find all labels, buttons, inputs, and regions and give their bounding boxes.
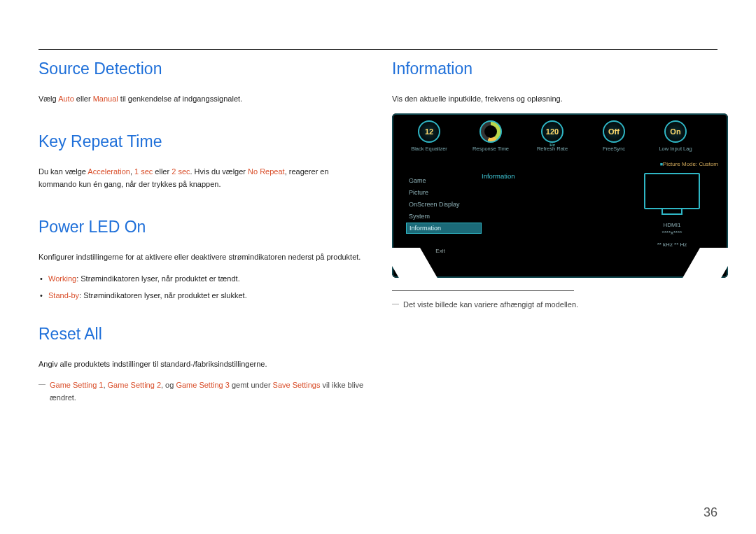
stat-freesync: Off FreeSync bbox=[594, 120, 634, 152]
text-source-detection: Vælg Auto eller Manual til genkendelse a… bbox=[38, 92, 364, 105]
monitor-icon bbox=[644, 173, 700, 209]
right-column: Information Vis den aktuelle inputkilde,… bbox=[392, 58, 718, 412]
kr-accel: Acceleration bbox=[88, 167, 130, 176]
ra-save: Save Settings bbox=[273, 381, 321, 389]
stat-value: 12 bbox=[425, 127, 433, 136]
sd-post: til genkendelse af indgangssignalet. bbox=[118, 94, 242, 103]
kr-pre: Du kan vælge bbox=[38, 167, 88, 176]
pl-working-v: : Strømindikatoren lyser, når produktet … bbox=[76, 274, 240, 283]
heading-key-repeat: Key Repeat Time bbox=[38, 132, 364, 151]
kr-c2: eller bbox=[153, 167, 172, 176]
ra-mid: gemt under bbox=[230, 381, 273, 389]
kr-1sec: 1 sec bbox=[134, 167, 153, 176]
stat-response-time: Response Time bbox=[470, 120, 511, 152]
ra-gs2: Game Setting 2 bbox=[108, 381, 161, 389]
menu-item-onscreen-display[interactable]: OnScreen Display bbox=[406, 199, 482, 210]
kr-2sec: 2 sec bbox=[172, 167, 190, 176]
left-column: Source Detection Vælg Auto eller Manual … bbox=[38, 58, 364, 412]
stat-value: Off bbox=[608, 127, 620, 136]
pl-working-k: Working bbox=[48, 274, 76, 283]
sd-mid: eller bbox=[74, 94, 93, 103]
top-divider bbox=[38, 49, 718, 50]
pl-standby-v: : Strømindikatoren lyser, når produktet … bbox=[79, 291, 247, 300]
osd-stats-row: 12 Black Equalizer Response Time 120Hz R… bbox=[392, 113, 728, 152]
power-led-working: Working: Strømindikatoren lyser, når pro… bbox=[48, 272, 364, 285]
picture-mode: Picture Mode: Custom bbox=[660, 161, 718, 167]
thin-divider bbox=[392, 290, 574, 291]
page-number: 36 bbox=[704, 505, 718, 520]
gauge-icon bbox=[479, 120, 502, 143]
stat-value: On bbox=[670, 127, 680, 136]
stat-value: 120 bbox=[546, 127, 559, 136]
stat-black-equalizer: 12 Black Equalizer bbox=[409, 120, 449, 152]
osd-resolution: ****x**** bbox=[662, 230, 682, 236]
menu-item-system[interactable]: System bbox=[406, 211, 482, 222]
pl-standby-k: Stand-by bbox=[48, 291, 79, 300]
heading-reset-all: Reset All bbox=[38, 325, 364, 344]
osd-panel: 12 Black Equalizer Response Time 120Hz R… bbox=[392, 113, 728, 278]
stat-label: FreeSync bbox=[594, 146, 634, 152]
pm-value: Custom bbox=[699, 161, 718, 167]
kr-norepeat: No Repeat bbox=[248, 167, 285, 176]
heading-information: Information bbox=[392, 59, 718, 78]
stat-label: Response Time bbox=[470, 146, 511, 152]
menu-item-picture[interactable]: Picture bbox=[406, 187, 482, 198]
osd-khz: ** kHz ** Hz bbox=[657, 241, 687, 248]
ra-gs3: Game Setting 3 bbox=[176, 381, 229, 389]
osd-body: Game Picture OnScreen Display System Inf… bbox=[392, 169, 728, 278]
menu-item-game[interactable]: Game bbox=[406, 175, 482, 186]
sd-pre: Vælg bbox=[38, 94, 58, 103]
text-key-repeat: Du kan vælge Acceleration, 1 sec eller 2… bbox=[38, 165, 364, 190]
stat-circle: On bbox=[664, 120, 687, 143]
stat-circle: Off bbox=[603, 120, 625, 143]
text-reset-all-intro: Angiv alle produktets indstillinger til … bbox=[38, 358, 364, 370]
text-information-intro: Vis den aktuelle inputkilde, frekvens og… bbox=[392, 92, 718, 105]
stat-label: Black Equalizer bbox=[409, 146, 449, 152]
ra-c2: , og bbox=[161, 381, 176, 389]
kr-mid: . Hvis du vælger bbox=[190, 167, 248, 176]
content-columns: Source Detection Vælg Auto eller Manual … bbox=[38, 38, 718, 412]
text-reset-all-note: Game Setting 1, Game Setting 2, og Game … bbox=[38, 379, 364, 404]
stat-circle: 12 bbox=[418, 120, 440, 143]
text-information-footnote: Det viste billede kan variere afhængigt … bbox=[392, 298, 718, 311]
osd-port: HDMI1 bbox=[664, 222, 681, 228]
menu-item-information[interactable]: Information bbox=[406, 223, 482, 234]
power-led-standby: Stand-by: Strømindikatoren lyser, når pr… bbox=[48, 289, 364, 302]
osd-center: Information bbox=[482, 169, 623, 278]
power-led-list: Working: Strømindikatoren lyser, når pro… bbox=[38, 272, 364, 302]
osd-center-header: Information bbox=[482, 172, 623, 180]
pm-label: Picture Mode: bbox=[663, 161, 699, 167]
ra-gs1: Game Setting 1 bbox=[50, 381, 103, 389]
stat-circle: 120Hz bbox=[541, 120, 564, 143]
heading-source-detection: Source Detection bbox=[38, 59, 364, 78]
stat-sub: Hz bbox=[542, 143, 562, 147]
stat-label: Low Input Lag bbox=[655, 146, 696, 152]
stat-refresh-rate: 120Hz Refresh Rate bbox=[532, 120, 573, 152]
heading-power-led: Power LED On bbox=[38, 218, 364, 237]
text-power-led-intro: Konfigurer indstillingerne for at aktive… bbox=[38, 251, 364, 263]
stat-low-input-lag: On Low Input Lag bbox=[655, 120, 696, 152]
sd-auto: Auto bbox=[58, 94, 74, 103]
sd-manual: Manual bbox=[93, 94, 118, 103]
